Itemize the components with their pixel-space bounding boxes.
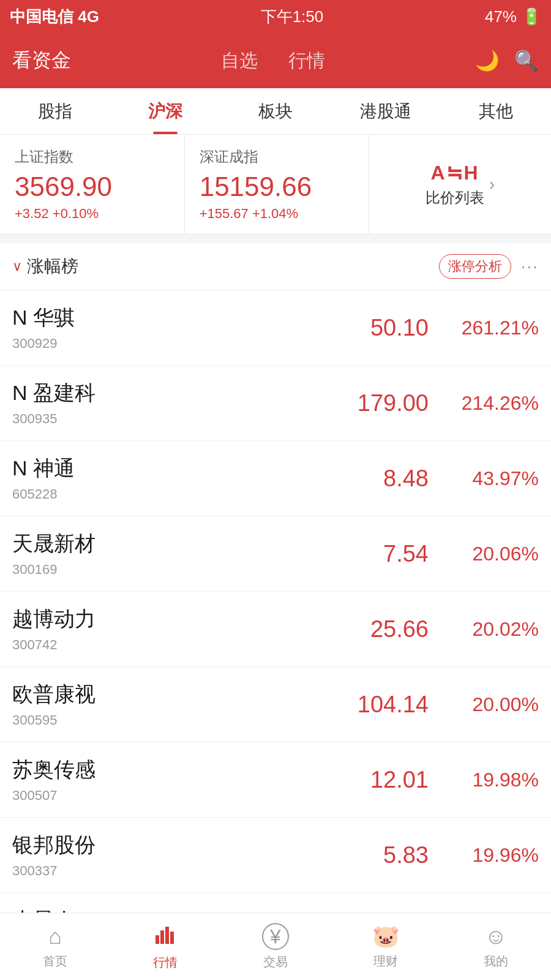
- night-mode-icon[interactable]: 🌙: [475, 49, 500, 72]
- rise-header: ∨ 涨幅榜 涨停分析 ···: [0, 243, 551, 290]
- stock-code: 300742: [12, 637, 306, 653]
- stock-code: 300169: [12, 562, 306, 578]
- mine-icon: ☺: [485, 924, 508, 949]
- stock-info: 苏奥传感 300507: [12, 756, 306, 804]
- bottom-nav-market[interactable]: 行情: [110, 913, 220, 980]
- stock-code: 300595: [12, 712, 306, 728]
- stock-name: 天晟新材: [12, 530, 306, 558]
- stock-item[interactable]: N 盈建科 300935 179.00 214.26%: [0, 366, 551, 441]
- stock-code: 300337: [12, 863, 306, 879]
- stock-code: 300507: [12, 788, 306, 804]
- stock-price: 179.00: [306, 390, 429, 417]
- stock-price: 25.66: [306, 616, 429, 643]
- stock-name: 苏奥传感: [12, 756, 306, 784]
- app-header: 看资金 自选 行情 🌙 🔍: [0, 33, 551, 88]
- home-label: 首页: [43, 953, 67, 970]
- stock-price: 5.83: [306, 842, 429, 869]
- shanghai-index-value: 3569.90: [15, 172, 172, 202]
- rise-actions: 涨停分析 ···: [439, 254, 539, 279]
- limit-up-analysis-button[interactable]: 涨停分析: [439, 254, 511, 279]
- finance-icon: 🐷: [372, 924, 400, 949]
- stock-info: N 盈建科 300935: [12, 379, 306, 427]
- trade-label: 交易: [263, 954, 288, 970]
- stock-change: 20.06%: [429, 543, 539, 565]
- ath-comparison-card[interactable]: A≒H 比价列表 ›: [369, 135, 551, 234]
- clock: 下午1:50: [261, 6, 324, 28]
- status-bar: 中国电信 4G 下午1:50 47% 🔋: [0, 0, 551, 33]
- tab-bankuai[interactable]: 板块: [220, 88, 331, 134]
- stock-info: 银邦股份 300337: [12, 831, 306, 879]
- ath-sub-text: 比价列表: [425, 188, 484, 208]
- tab-hushen[interactable]: 沪深: [110, 88, 220, 134]
- stock-change: 20.02%: [429, 618, 539, 641]
- rise-title: ∨ 涨幅榜: [12, 255, 78, 278]
- stock-price: 7.54: [306, 541, 429, 567]
- header-nav: 自选 行情: [221, 43, 325, 78]
- shenzhen-index-change: +155.67 +1.04%: [200, 206, 357, 222]
- stock-info: 欧普康视 300595: [12, 680, 306, 728]
- bottom-nav-home[interactable]: ⌂ 首页: [0, 913, 110, 980]
- shanghai-index-name: 上证指数: [15, 147, 172, 167]
- tab-qita[interactable]: 其他: [441, 88, 551, 134]
- header-actions: 🌙 🔍: [475, 49, 539, 72]
- stock-info: N 华骐 300929: [12, 304, 306, 352]
- stock-price: 12.01: [306, 767, 429, 793]
- stock-item[interactable]: 越博动力 300742 25.66 20.02%: [0, 592, 551, 667]
- stock-item[interactable]: 银邦股份 300337 5.83 19.96%: [0, 818, 551, 893]
- market-icon: [154, 923, 176, 951]
- carrier-signal: 中国电信 4G: [10, 6, 99, 28]
- shanghai-index-card[interactable]: 上证指数 3569.90 +3.52 +0.10%: [0, 135, 185, 234]
- stock-item[interactable]: N 神通 605228 8.48 43.97%: [0, 441, 551, 516]
- header-nav-market[interactable]: 行情: [288, 43, 325, 78]
- svg-rect-1: [160, 930, 164, 944]
- tab-guzhi[interactable]: 股指: [0, 88, 110, 134]
- svg-rect-2: [165, 927, 169, 944]
- stock-info: N 神通 605228: [12, 454, 306, 502]
- stock-change: 19.96%: [429, 844, 539, 867]
- svg-rect-3: [170, 932, 174, 944]
- battery-percent: 47%: [485, 7, 517, 26]
- stock-change: 261.21%: [429, 317, 539, 339]
- battery-icon: 🔋: [522, 7, 541, 26]
- stock-item[interactable]: 天晟新材 300169 7.54 20.06%: [0, 516, 551, 592]
- stock-name: N 神通: [12, 454, 306, 483]
- stock-item[interactable]: 欧普康视 300595 104.14 20.00%: [0, 667, 551, 742]
- tab-ganggutong[interactable]: 港股通: [331, 88, 441, 134]
- bottom-nav-trade[interactable]: ¥ 交易: [220, 913, 331, 980]
- more-options-button[interactable]: ···: [521, 257, 539, 276]
- trade-icon: ¥: [262, 923, 289, 950]
- index-section: 上证指数 3569.90 +3.52 +0.10% 深证成指 15159.66 …: [0, 135, 551, 235]
- stock-code: 605228: [12, 486, 306, 502]
- stock-name: 越博动力: [12, 605, 306, 633]
- stock-item[interactable]: 苏奥传感 300507 12.01 19.98%: [0, 742, 551, 818]
- stock-item[interactable]: N 华骐 300929 50.10 261.21%: [0, 290, 551, 366]
- bottom-nav-finance[interactable]: 🐷 理财: [331, 913, 441, 980]
- category-tabs: 股指 沪深 板块 港股通 其他: [0, 88, 551, 135]
- stock-code: 300929: [12, 336, 306, 352]
- search-icon[interactable]: 🔍: [514, 49, 539, 72]
- stock-name: N 盈建科: [12, 379, 306, 407]
- rise-section: ∨ 涨幅榜 涨停分析 ··· N 华骐 300929 50.10 261.21%…: [0, 243, 551, 968]
- stock-info: 越博动力 300742: [12, 605, 306, 653]
- stock-price: 8.48: [306, 466, 429, 492]
- stock-list: N 华骐 300929 50.10 261.21% N 盈建科 300935 1…: [0, 290, 551, 968]
- finance-label: 理财: [373, 953, 398, 970]
- bottom-navigation: ⌂ 首页 行情 ¥ 交易 🐷 理财 ☺ 我的: [0, 913, 551, 980]
- stock-change: 20.00%: [429, 693, 539, 716]
- bottom-nav-mine[interactable]: ☺ 我的: [441, 913, 551, 980]
- stock-name: 银邦股份: [12, 831, 306, 859]
- rise-title-arrow-icon: ∨: [12, 258, 22, 274]
- stock-change: 19.98%: [429, 769, 539, 791]
- home-icon: ⌂: [48, 924, 62, 949]
- stock-change: 214.26%: [429, 392, 539, 415]
- watch-funds-button[interactable]: 看资金: [12, 47, 71, 74]
- shenzhen-index-name: 深证成指: [200, 147, 357, 167]
- ath-label: A≒H 比价列表: [425, 161, 484, 208]
- ath-main-text: A≒H: [430, 161, 479, 184]
- shenzhen-index-value: 15159.66: [200, 172, 357, 202]
- header-nav-watchlist[interactable]: 自选: [221, 43, 258, 78]
- ath-arrow-icon: ›: [489, 175, 495, 194]
- battery-indicator: 47% 🔋: [485, 7, 541, 26]
- stock-info: 天晟新材 300169: [12, 530, 306, 578]
- shenzhen-index-card[interactable]: 深证成指 15159.66 +155.67 +1.04%: [185, 135, 370, 234]
